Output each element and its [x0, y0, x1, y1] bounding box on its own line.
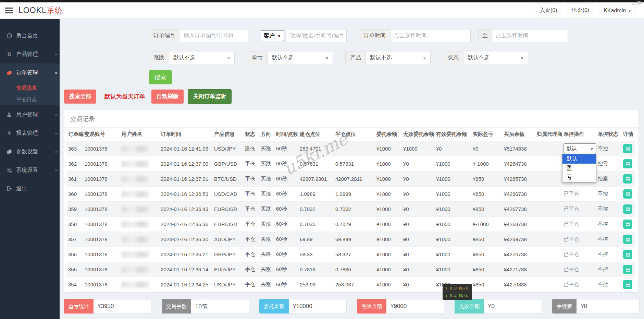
control-op-text: 已平仓 — [564, 236, 579, 242]
chevron-right-icon: ▸ — [55, 149, 58, 154]
cell-duration: 60秒 — [275, 262, 298, 277]
detail-button[interactable]: ▤ — [623, 174, 632, 184]
sidebar-group-orders: 订单管理 ▸ 交易流水 平仓日志 — [0, 63, 60, 105]
table-row[interactable]: 361 10001378 2024-01-16 12:37:01 BTC/USD… — [67, 172, 635, 187]
chevron-right-icon: ▸ — [55, 168, 58, 173]
bitcoin-icon: Ƀ — [5, 51, 13, 57]
table-row[interactable]: 359 10001378 2024-01-16 12:36:43 EUR/USD… — [67, 202, 635, 217]
cell-control-op: 已平仓 — [562, 187, 596, 202]
chevron-down-icon: ∨ — [520, 55, 524, 60]
detail-button[interactable]: ▤ — [623, 265, 632, 274]
control-op-text: 已平仓 — [564, 206, 579, 212]
cell-status: 平仓 — [244, 277, 259, 292]
close-monitor-button[interactable]: 关闭订单监听 — [188, 89, 232, 104]
action-bar: 搜索全部 默认为当天订单 自动刷新 关闭订单监听 — [64, 89, 644, 104]
cell-open-price: 1.0989 — [298, 187, 334, 202]
network-speed-widget: ↑ 0.0 KB/s ↓ 0.2 KB/s — [443, 284, 472, 300]
control-dropdown-option[interactable]: 亏 — [562, 173, 596, 182]
chevron-down-icon: ∨ — [227, 55, 230, 60]
cell-control-status: 不控 — [596, 262, 622, 277]
deposit-button[interactable]: 入金(0) — [535, 3, 562, 17]
cell-direction: 买涨 — [259, 187, 275, 202]
table-row[interactable]: 360 10001378 2024-01-16 12:36:53 USD/CAD… — [67, 187, 635, 202]
table-row[interactable]: 356 10001378 2024-01-16 12:36:21 GBP/JPY… — [67, 247, 635, 262]
table-row[interactable]: 362 10001378 2024-01-16 12:37:09 GBP/USD… — [67, 156, 635, 172]
product-select[interactable]: 默认不选∨ — [366, 51, 431, 64]
menu-toggle-icon[interactable] — [5, 6, 13, 15]
trade-records-table: 订单编号 交易账号 用户姓名 订单时间 产品信息 状态 方向 时间/点数 建仓点… — [67, 128, 635, 292]
detail-button[interactable]: ▤ — [623, 235, 632, 244]
cell-entrust-balance: ¥1000 — [375, 217, 402, 232]
cell-close-price: 42807.2811 — [334, 172, 375, 187]
detail-button[interactable]: ▤ — [623, 250, 632, 259]
cell-status: 平仓 — [244, 187, 259, 202]
withdraw-button[interactable]: 出金(0) — [567, 3, 594, 17]
updown-select[interactable]: 默认不选∨ — [169, 51, 235, 64]
detail-button[interactable]: ▤ — [623, 220, 632, 229]
cell-duration: 60秒 — [275, 187, 298, 202]
time-from-input[interactable] — [390, 29, 471, 42]
sidebar-item-reports[interactable]: ¥ 报表管理 ▸ — [0, 124, 60, 142]
filter-time-to: 至 — [478, 29, 568, 42]
auto-refresh-button[interactable]: 自动刷新 — [151, 90, 184, 104]
sidebar-item-dashboard[interactable]: 后台首页 — [0, 26, 60, 45]
sidebar-item-logout[interactable]: 退出 — [0, 179, 60, 198]
cell-after-balance: ¥4265738 — [503, 172, 535, 187]
cell-product: GBP/JPY — [213, 247, 244, 262]
sidebar-item-users[interactable]: 用户管理 ▸ — [0, 105, 60, 124]
detail-button[interactable]: ▤ — [623, 159, 632, 168]
table-row[interactable]: 363 10001378 2024-01-16 12:41:09 USD/JPY… — [67, 141, 635, 156]
table-row[interactable]: 358 10001378 2024-01-16 12:36:36 EUR/USD… — [67, 217, 635, 232]
cell-order-id: 361 — [67, 172, 83, 187]
cell-control-status: 不控 — [596, 247, 622, 262]
status-select[interactable]: 默认不选∨ — [463, 51, 528, 64]
control-dropdown-option[interactable]: 默认 — [562, 154, 596, 164]
customer-type-select[interactable]: 客户∨ — [261, 30, 284, 41]
order-time-label: 订单时间 — [359, 29, 390, 42]
search-button[interactable]: 搜索 — [149, 70, 172, 84]
cell-product: EUR/USD — [213, 217, 244, 232]
cell-order-id: 363 — [67, 141, 83, 156]
customer-input[interactable] — [287, 29, 347, 42]
user-name-blurred — [122, 267, 149, 273]
detail-button[interactable]: ▤ — [623, 189, 632, 199]
control-dropdown-option[interactable]: 盈 — [562, 164, 596, 173]
cell-product: USD/JPY — [213, 277, 244, 292]
profit-select[interactable]: 默认不选∨ — [267, 51, 333, 64]
cell-user-name — [120, 141, 159, 156]
table-body: 363 10001378 2024-01-16 12:41:09 USD/JPY… — [67, 141, 635, 292]
table-row[interactable]: 357 10001378 2024-01-16 12:36:30 AUD/JPY… — [67, 232, 635, 247]
cell-direction: 买跌 — [259, 202, 275, 217]
cell-control-op: 默认 ∨ 默认盈亏 — [562, 141, 596, 156]
detail-button[interactable]: ▤ — [623, 144, 632, 153]
search-all-button[interactable]: 搜索全部 — [64, 90, 96, 104]
detail-button[interactable]: ▤ — [623, 280, 632, 289]
sidebar-item-params[interactable]: 参数设置 ▸ — [0, 142, 60, 161]
cell-user-name — [120, 277, 159, 292]
cell-direction: 买涨 — [259, 172, 275, 187]
summary-value: ¥10000 — [289, 299, 347, 314]
cell-detail: ▤ — [622, 187, 635, 202]
sidebar-item-orders[interactable]: 订单管理 ▸ — [0, 63, 60, 82]
detail-button[interactable]: ▤ — [623, 204, 632, 214]
table-row[interactable]: 355 10001378 2024-01-16 12:36:14 EUR/JPY… — [67, 262, 635, 277]
upload-speed: ↑ 0.0 KB/s — [445, 286, 469, 291]
time-to-input[interactable] — [492, 29, 568, 42]
cell-duration: 60秒 — [275, 217, 298, 232]
sidebar-subitem-trade-flow[interactable]: 交易流水 — [0, 82, 60, 94]
cell-direction: 买涨 — [259, 217, 275, 232]
cell-order-time: 2024-01-16 12:37:01 — [159, 172, 213, 187]
cell-open-price: 0.57631 — [298, 156, 334, 172]
control-select[interactable]: 默认 ∨ — [564, 143, 596, 154]
cell-invalid-balance: ¥1000 — [402, 141, 435, 156]
sidebar-subitem-close-log[interactable]: 平仓日志 — [0, 94, 60, 105]
orders-icon — [5, 70, 13, 76]
sidebar-item-products[interactable]: Ƀ 产品管理 ▸ — [0, 45, 60, 63]
sidebar-item-system[interactable]: 系统设置 ▸ — [0, 161, 60, 179]
user-menu[interactable]: KKadmin▼ — [599, 4, 636, 17]
table-row[interactable]: 354 10001378 2024-01-16 12:34:25 USD/JPY… — [67, 277, 635, 292]
cell-detail: ▤ — [622, 247, 635, 262]
cell-user-name — [120, 156, 159, 172]
default-today-hint: 默认为当天订单 — [104, 93, 145, 101]
order-no-input[interactable] — [180, 29, 248, 42]
